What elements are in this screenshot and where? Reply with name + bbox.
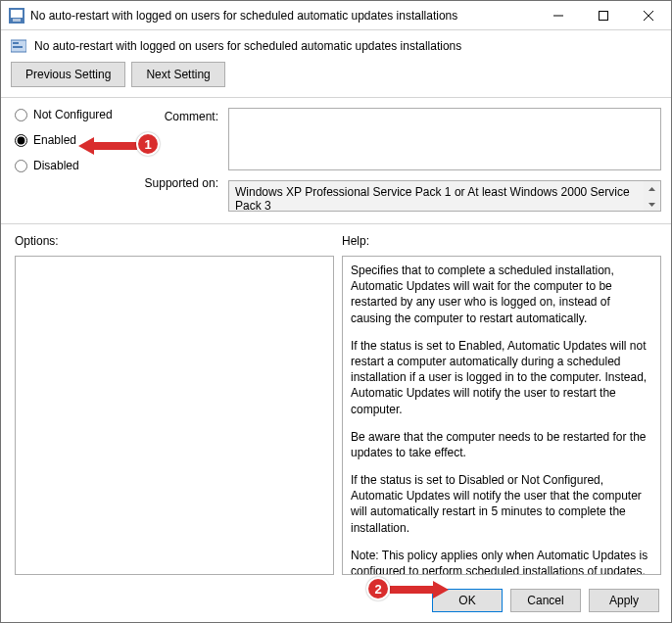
config-grid: Not Configured Enabled Disabled Comment:… <box>1 102 671 217</box>
policy-title: No auto-restart with logged on users for… <box>34 39 461 53</box>
window-title: No auto-restart with logged on users for… <box>30 9 536 23</box>
help-text: Specifies that to complete a scheduled i… <box>351 263 652 575</box>
nav-buttons: Previous Setting Next Setting <box>1 62 671 97</box>
svg-rect-9 <box>13 46 23 48</box>
help-p5: Note: This policy applies only when Auto… <box>351 548 652 575</box>
comment-textarea[interactable] <box>228 108 661 170</box>
next-setting-button[interactable]: Next Setting <box>131 62 224 87</box>
separator-2 <box>1 223 671 224</box>
svg-rect-2 <box>13 19 21 22</box>
svg-rect-4 <box>600 11 608 20</box>
cancel-button[interactable]: Cancel <box>510 589 581 612</box>
help-p1: Specifies that to complete a scheduled i… <box>351 263 652 326</box>
radio-not-configured-input[interactable] <box>15 109 27 121</box>
comment-label: Comment: <box>136 108 224 172</box>
radio-enabled-input[interactable] <box>15 134 27 147</box>
supported-scroll <box>644 181 660 212</box>
titlebar-buttons <box>536 1 671 29</box>
svg-marker-11 <box>648 203 655 207</box>
help-label: Help: <box>342 234 661 248</box>
titlebar: No auto-restart with logged on users for… <box>1 1 671 30</box>
dialog-buttons: OK Cancel Apply <box>1 581 671 622</box>
scroll-down-icon[interactable] <box>644 197 660 212</box>
radio-disabled-input[interactable] <box>15 160 27 172</box>
radio-enabled[interactable]: Enabled <box>15 133 132 147</box>
close-button[interactable] <box>626 1 671 29</box>
options-panel <box>15 256 334 575</box>
help-p3: Be aware that the computer needs to be r… <box>351 429 652 460</box>
options-label: Options: <box>15 234 334 248</box>
separator <box>1 97 671 98</box>
ok-button[interactable]: OK <box>432 589 503 612</box>
radio-disabled[interactable]: Disabled <box>15 159 132 172</box>
policy-icon <box>11 38 26 54</box>
svg-marker-10 <box>648 187 655 191</box>
lower-grid: Options: Help: Specifies that to complet… <box>1 228 671 581</box>
subheader: No auto-restart with logged on users for… <box>1 30 671 62</box>
svg-rect-8 <box>13 42 19 44</box>
minimize-button[interactable] <box>536 1 581 29</box>
maximize-button[interactable] <box>581 1 626 29</box>
help-panel[interactable]: Specifies that to complete a scheduled i… <box>342 256 661 575</box>
apply-button[interactable]: Apply <box>589 589 659 612</box>
supported-on-text: Windows XP Professional Service Pack 1 o… <box>228 180 661 212</box>
supported-on-value: Windows XP Professional Service Pack 1 o… <box>235 185 630 212</box>
state-radio-group: Not Configured Enabled Disabled <box>15 108 132 172</box>
previous-setting-button[interactable]: Previous Setting <box>11 62 125 87</box>
radio-not-configured[interactable]: Not Configured <box>15 108 132 121</box>
radio-enabled-label[interactable]: Enabled <box>33 133 76 147</box>
radio-disabled-label[interactable]: Disabled <box>33 159 79 172</box>
radio-not-configured-label[interactable]: Not Configured <box>33 108 113 121</box>
svg-rect-1 <box>11 10 23 18</box>
policy-editor-window: No auto-restart with logged on users for… <box>0 0 672 623</box>
help-p4: If the status is set to Disabled or Not … <box>351 472 652 536</box>
help-p2: If the status is set to Enabled, Automat… <box>351 338 652 417</box>
scroll-up-icon[interactable] <box>644 181 660 197</box>
supported-on-label: Supported on: <box>136 172 224 212</box>
app-icon <box>9 8 24 24</box>
